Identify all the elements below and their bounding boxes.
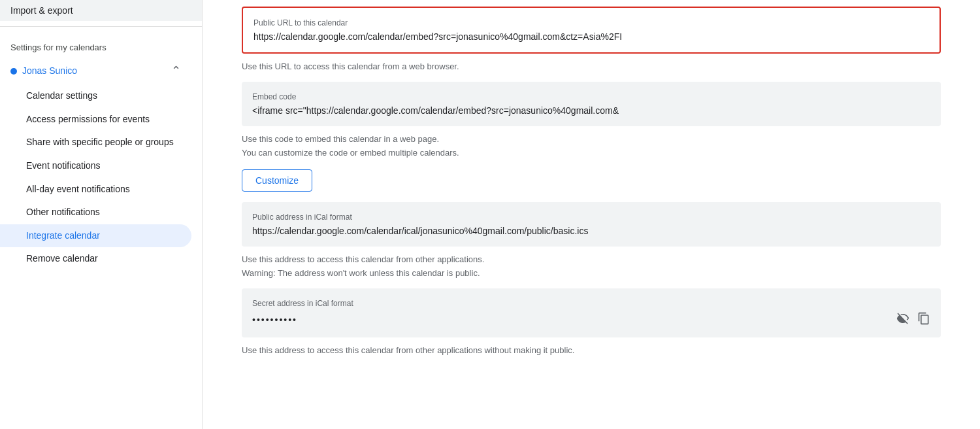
ical-label: Public address in iCal format: [252, 213, 930, 222]
chevron-up-icon: ⌃: [171, 63, 181, 79]
sidebar-divider: [0, 26, 202, 27]
embed-helper-1: Use this code to embed this calendar in …: [242, 134, 941, 144]
settings-section-header: Settings for my calendars: [0, 32, 202, 58]
secret-ical-value: ••••••••••: [252, 315, 297, 325]
embed-code-box: Embed code <iframe src="https://calendar…: [242, 82, 941, 126]
user-name-label: Jonas Sunico: [22, 65, 171, 78]
secret-ical-helper: Use this address to access this calendar…: [242, 345, 941, 355]
customize-button[interactable]: Customize: [242, 169, 312, 192]
sidebar-item-import-export[interactable]: Import & export: [0, 0, 202, 21]
embed-helper-2: You can customize the code or embed mult…: [242, 148, 941, 158]
ical-box: Public address in iCal format https://ca…: [242, 202, 941, 247]
sidebar-item-share-specific[interactable]: Share with specific people or groups: [0, 131, 191, 154]
user-dot-icon: [10, 68, 17, 75]
sidebar-item-integrate-calendar[interactable]: Integrate calendar: [0, 224, 191, 248]
ical-value[interactable]: https://calendar.google.com/calendar/ica…: [252, 226, 930, 236]
public-url-label: Public URL to this calendar: [253, 18, 929, 27]
sidebar-item-allday-notifications[interactable]: All-day event notifications: [0, 178, 191, 201]
sidebar: Import & export Settings for my calendar…: [0, 0, 203, 429]
ical-helper-1: Use this address to access this calendar…: [242, 254, 941, 264]
embed-code-label: Embed code: [252, 92, 930, 101]
public-url-value[interactable]: https://calendar.google.com/calendar/emb…: [253, 31, 929, 42]
embed-code-value[interactable]: <iframe src="https://calendar.google.com…: [252, 105, 930, 116]
eye-slash-icon[interactable]: [896, 312, 909, 327]
secret-icons-group: [896, 312, 930, 327]
public-url-helper: Use this URL to access this calendar fro…: [242, 61, 941, 71]
copy-icon[interactable]: [917, 312, 930, 327]
main-content: Public URL to this calendar https://cale…: [203, 0, 980, 429]
sidebar-item-access-permissions[interactable]: Access permissions for events: [0, 108, 191, 131]
secret-ical-label: Secret address in iCal format: [252, 299, 930, 308]
public-url-box: Public URL to this calendar https://cale…: [242, 7, 941, 54]
sidebar-item-event-notifications[interactable]: Event notifications: [0, 154, 191, 178]
ical-warning: Warning: The address won't work unless t…: [242, 268, 941, 278]
sidebar-item-calendar-settings[interactable]: Calendar settings: [0, 84, 191, 108]
secret-ical-box: Secret address in iCal format ••••••••••: [242, 288, 941, 337]
sidebar-item-user[interactable]: Jonas Sunico ⌃: [0, 58, 191, 84]
sidebar-item-other-notifications[interactable]: Other notifications: [0, 201, 191, 224]
sidebar-item-remove-calendar[interactable]: Remove calendar: [0, 247, 191, 271]
